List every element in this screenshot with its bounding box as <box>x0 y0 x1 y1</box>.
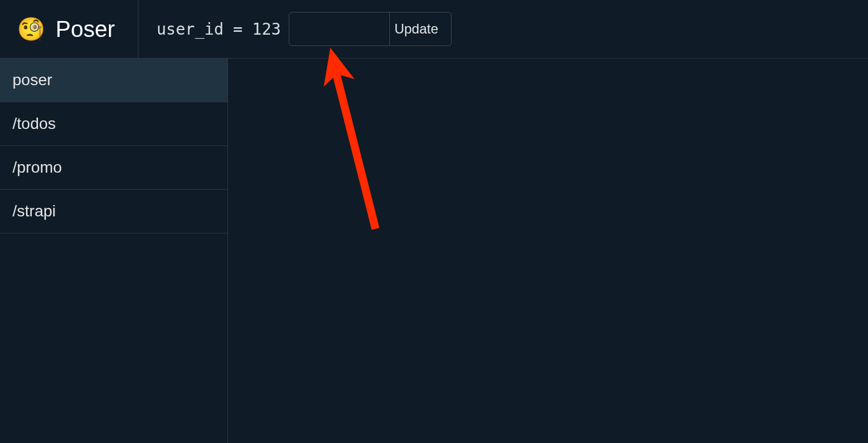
app-title: Poser <box>56 16 115 42</box>
sidebar-item-strapi[interactable]: /strapi <box>0 190 227 233</box>
annotation-arrow-icon <box>302 47 393 240</box>
sidebar-item-label: /promo <box>12 158 62 177</box>
user-id-input-group: Update <box>289 12 451 46</box>
main-content <box>228 58 868 443</box>
brand: 🧐 Poser <box>0 0 138 58</box>
body: poser /todos /promo /strapi <box>0 58 868 443</box>
user-id-area: user_id = 123 Update <box>138 12 452 46</box>
sidebar-item-label: /strapi <box>12 202 56 220</box>
user-id-label: user_id = 123 <box>157 20 281 39</box>
user-id-input[interactable] <box>289 12 390 46</box>
sidebar-item-poser[interactable]: poser <box>0 58 227 102</box>
sidebar: poser /todos /promo /strapi <box>0 58 228 443</box>
sidebar-item-label: /todos <box>12 115 56 133</box>
sidebar-item-promo[interactable]: /promo <box>0 146 227 190</box>
update-button[interactable]: Update <box>382 12 451 46</box>
sidebar-item-label: poser <box>12 71 52 89</box>
header: 🧐 Poser user_id = 123 Update <box>0 0 868 58</box>
sidebar-item-todos[interactable]: /todos <box>0 102 227 146</box>
svg-line-1 <box>335 68 376 229</box>
brand-emoji-icon: 🧐 <box>17 18 45 40</box>
